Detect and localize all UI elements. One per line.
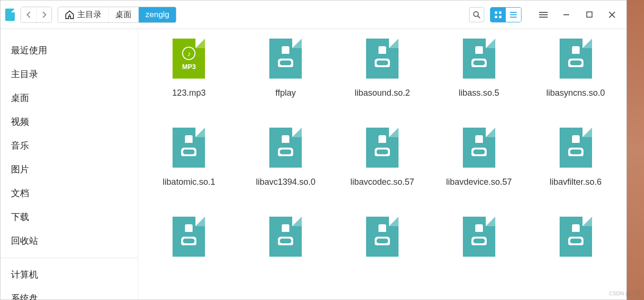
- sidebar-item-pictures[interactable]: 图片: [0, 158, 138, 181]
- so-file-icon: [463, 217, 495, 257]
- file-label: libavdevice.so.57: [446, 176, 512, 188]
- crumb-current-label: zenglg: [145, 10, 169, 20]
- svg-rect-5: [495, 16, 497, 18]
- file-item[interactable]: [337, 217, 429, 265]
- sidebar-item-downloads[interactable]: 下载: [0, 205, 138, 229]
- sidebar-item-music[interactable]: 音乐: [0, 134, 138, 158]
- so-file-icon: [366, 128, 399, 168]
- file-label: libavcodec.so.57: [350, 176, 414, 188]
- back-button[interactable]: [21, 7, 36, 22]
- sidebar-item-label: 桌面: [11, 93, 29, 103]
- svg-point-1: [474, 11, 479, 16]
- so-file-icon: [269, 217, 302, 257]
- sidebar-item-documents[interactable]: 文档: [0, 181, 138, 205]
- so-file-icon: [463, 128, 495, 168]
- file-manager-window: 主目录 桌面 zenglg: [0, 0, 627, 300]
- file-item[interactable]: ♪ MP3123.mp3: [143, 39, 235, 99]
- file-item[interactable]: libass.so.5: [433, 39, 525, 99]
- crumb-desktop[interactable]: 桌面: [108, 7, 138, 22]
- sidebar-item-trash[interactable]: 回收站: [0, 229, 138, 253]
- file-grid: ♪ MP3123.mp3 ffplay libasound.so.2 libas…: [143, 39, 622, 265]
- sidebar-item-label: 文档: [11, 188, 29, 198]
- so-file-icon: [173, 128, 205, 168]
- watermark: CSDN @三希: [609, 290, 641, 297]
- sidebar-item-recent[interactable]: 最近使用: [0, 39, 138, 62]
- file-content-area[interactable]: ♪ MP3123.mp3 ffplay libasound.so.2 libas…: [138, 29, 626, 300]
- sidebar-item-videos[interactable]: 视频: [0, 110, 138, 134]
- file-item[interactable]: libavfilter.so.6: [530, 128, 622, 188]
- file-item[interactable]: libavc1394.so.0: [240, 128, 332, 188]
- close-icon: [609, 11, 615, 18]
- crumb-home[interactable]: 主目录: [58, 7, 108, 22]
- sidebar-item-label: 主目录: [11, 69, 38, 79]
- file-label: libavc1394.so.0: [256, 176, 316, 188]
- file-item[interactable]: [240, 217, 332, 265]
- so-file-icon: [173, 217, 205, 257]
- sidebar-item-sysdisk[interactable]: 系统盘: [0, 287, 138, 300]
- crumb-home-label: 主目录: [77, 9, 102, 20]
- file-item[interactable]: [143, 217, 235, 265]
- svg-rect-6: [499, 16, 501, 18]
- grid-icon: [494, 11, 502, 19]
- so-file-icon: [560, 128, 592, 168]
- file-item[interactable]: libavdevice.so.57: [433, 128, 525, 188]
- crumb-desktop-label: 桌面: [115, 9, 132, 20]
- sidebar-item-desktop[interactable]: 桌面: [0, 86, 138, 110]
- file-label: libasyncns.so.0: [546, 87, 605, 99]
- sidebar-divider: [0, 258, 138, 258]
- forward-button[interactable]: [36, 7, 51, 22]
- so-file-icon: [269, 39, 302, 79]
- desktop-background: [627, 0, 644, 300]
- mp3-file-icon: ♪ MP3: [173, 39, 205, 79]
- maximize-button[interactable]: [584, 10, 594, 20]
- file-item[interactable]: libavcodec.so.57: [337, 128, 429, 188]
- sidebar-item-home[interactable]: 主目录: [0, 62, 138, 86]
- file-label: libatomic.so.1: [163, 176, 215, 188]
- sidebar-item-label: 计算机: [11, 270, 38, 280]
- view-list-button[interactable]: [506, 8, 521, 22]
- window-controls: [539, 10, 617, 20]
- so-file-icon: [560, 217, 592, 257]
- file-label: 123.mp3: [172, 87, 205, 99]
- menu-button[interactable]: [539, 10, 548, 20]
- so-file-icon: [269, 128, 302, 168]
- file-item[interactable]: ffplay: [240, 39, 332, 99]
- window-body: 最近使用 主目录 桌面 视频 音乐 图片 文档 下载 回收站 计算机 系统盘 ♪…: [0, 29, 626, 300]
- sidebar-item-label: 回收站: [11, 236, 38, 246]
- chevron-left-icon: [26, 11, 31, 18]
- view-icons-button[interactable]: [491, 8, 506, 22]
- sidebar-item-computer[interactable]: 计算机: [0, 263, 138, 287]
- file-item[interactable]: libatomic.so.1: [143, 128, 235, 188]
- file-item[interactable]: libasound.so.2: [337, 39, 429, 99]
- chevron-right-icon: [42, 11, 47, 18]
- sidebar-item-label: 视频: [11, 117, 29, 127]
- nav-group: [20, 7, 52, 23]
- svg-point-0: [69, 14, 71, 15]
- crumb-current[interactable]: zenglg: [138, 7, 176, 22]
- svg-rect-4: [499, 11, 501, 14]
- hamburger-icon: [539, 11, 548, 18]
- minimize-icon: [563, 11, 570, 18]
- file-label: libavfilter.so.6: [550, 176, 602, 188]
- so-file-icon: [463, 39, 495, 79]
- file-item[interactable]: [530, 217, 622, 265]
- so-file-icon: [366, 217, 399, 257]
- close-button[interactable]: [607, 10, 617, 20]
- app-icon: [5, 9, 15, 21]
- search-button[interactable]: [469, 7, 484, 22]
- maximize-icon: [586, 11, 593, 18]
- so-file-icon: [560, 39, 592, 79]
- sidebar-item-label: 音乐: [11, 140, 29, 150]
- search-icon: [473, 11, 480, 19]
- sidebar-item-label: 系统盘: [11, 293, 38, 300]
- file-item[interactable]: libasyncns.so.0: [530, 39, 622, 99]
- file-item[interactable]: [433, 217, 525, 265]
- svg-rect-3: [495, 11, 497, 14]
- toolbar: 主目录 桌面 zenglg: [0, 0, 626, 29]
- file-label: libass.so.5: [459, 87, 499, 99]
- minimize-button[interactable]: [562, 10, 571, 20]
- svg-rect-14: [587, 12, 592, 17]
- home-icon: [65, 10, 74, 19]
- sidebar: 最近使用 主目录 桌面 视频 音乐 图片 文档 下载 回收站 计算机 系统盘: [0, 29, 138, 300]
- sidebar-item-label: 图片: [11, 164, 29, 174]
